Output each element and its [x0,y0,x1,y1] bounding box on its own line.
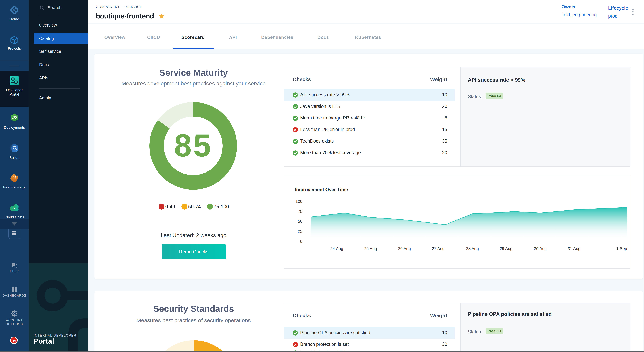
svg-text:30 Aug: 30 Aug [534,246,547,251]
svg-text:26 Aug: 26 Aug [398,246,411,251]
svg-text:31 Aug: 31 Aug [568,246,580,251]
svg-text:25: 25 [298,229,302,234]
svg-text:28 Aug: 28 Aug [466,246,479,251]
svg-text:100: 100 [296,199,302,204]
svg-text:24 Aug: 24 Aug [330,246,343,251]
svg-text:?: ? [13,263,14,266]
svg-text:25 Aug: 25 Aug [364,246,377,251]
svg-text:27 Aug: 27 Aug [432,246,444,251]
svg-text:75: 75 [298,209,302,214]
svg-text:29 Aug: 29 Aug [500,246,512,251]
svg-text:1 Sep: 1 Sep [616,246,627,251]
svg-text:50: 50 [298,219,302,224]
svg-text:85: 85 [174,128,212,163]
svg-text:0: 0 [300,239,302,244]
svg-text:$: $ [12,206,15,210]
